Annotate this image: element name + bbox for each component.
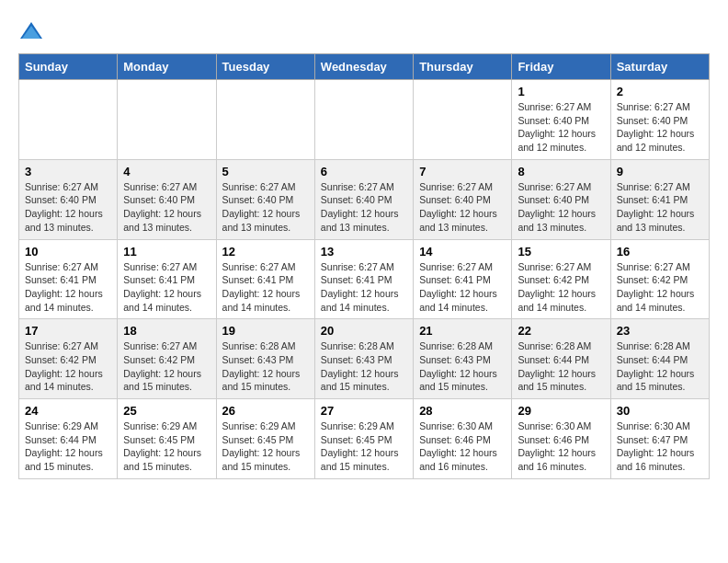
day-info: Sunrise: 6:28 AM Sunset: 6:43 PM Dayligh… <box>222 339 309 394</box>
day-info: Sunrise: 6:27 AM Sunset: 6:40 PM Dayligh… <box>617 100 703 155</box>
day-info: Sunrise: 6:29 AM Sunset: 6:45 PM Dayligh… <box>222 419 309 474</box>
calendar-cell: 20Sunrise: 6:28 AM Sunset: 6:43 PM Dayli… <box>314 319 413 399</box>
logo-icon <box>18 18 44 44</box>
day-info: Sunrise: 6:27 AM Sunset: 6:42 PM Dayligh… <box>123 339 210 394</box>
column-header-sunday: Sunday <box>19 54 118 80</box>
day-number: 4 <box>123 165 210 178</box>
calendar-cell: 30Sunrise: 6:30 AM Sunset: 6:47 PM Dayli… <box>610 399 709 479</box>
day-number: 1 <box>518 85 604 98</box>
column-header-friday: Friday <box>512 54 610 80</box>
day-info: Sunrise: 6:27 AM Sunset: 6:41 PM Dayligh… <box>617 180 703 235</box>
day-number: 6 <box>321 165 407 178</box>
calendar-cell: 2Sunrise: 6:27 AM Sunset: 6:40 PM Daylig… <box>610 80 709 160</box>
day-number: 7 <box>419 165 506 178</box>
day-info: Sunrise: 6:27 AM Sunset: 6:42 PM Dayligh… <box>518 260 604 315</box>
calendar-cell: 24Sunrise: 6:29 AM Sunset: 6:44 PM Dayli… <box>19 399 118 479</box>
day-info: Sunrise: 6:28 AM Sunset: 6:44 PM Dayligh… <box>518 339 604 394</box>
calendar-cell: 8Sunrise: 6:27 AM Sunset: 6:40 PM Daylig… <box>512 159 610 239</box>
calendar-cell: 5Sunrise: 6:27 AM Sunset: 6:40 PM Daylig… <box>216 159 314 239</box>
calendar-cell: 3Sunrise: 6:27 AM Sunset: 6:40 PM Daylig… <box>19 159 118 239</box>
day-info: Sunrise: 6:28 AM Sunset: 6:43 PM Dayligh… <box>321 339 407 394</box>
day-info: Sunrise: 6:30 AM Sunset: 6:46 PM Dayligh… <box>419 419 506 474</box>
day-number: 26 <box>222 404 309 418</box>
day-number: 10 <box>25 245 111 259</box>
day-info: Sunrise: 6:27 AM Sunset: 6:41 PM Dayligh… <box>222 260 309 315</box>
day-info: Sunrise: 6:27 AM Sunset: 6:42 PM Dayligh… <box>25 339 111 394</box>
day-number: 21 <box>419 324 506 338</box>
calendar-cell: 15Sunrise: 6:27 AM Sunset: 6:42 PM Dayli… <box>512 239 610 319</box>
day-number: 2 <box>617 85 703 98</box>
day-info: Sunrise: 6:27 AM Sunset: 6:40 PM Dayligh… <box>518 180 604 235</box>
day-info: Sunrise: 6:27 AM Sunset: 6:40 PM Dayligh… <box>321 180 407 235</box>
calendar-header-row: SundayMondayTuesdayWednesdayThursdayFrid… <box>19 54 710 80</box>
day-info: Sunrise: 6:29 AM Sunset: 6:45 PM Dayligh… <box>321 419 407 474</box>
logo <box>18 18 48 44</box>
day-info: Sunrise: 6:27 AM Sunset: 6:41 PM Dayligh… <box>419 260 506 315</box>
page-header <box>18 18 710 44</box>
day-number: 17 <box>25 324 111 338</box>
day-number: 28 <box>419 404 506 418</box>
day-info: Sunrise: 6:27 AM Sunset: 6:40 PM Dayligh… <box>222 180 309 235</box>
calendar-table: SundayMondayTuesdayWednesdayThursdayFrid… <box>18 53 710 479</box>
day-number: 8 <box>518 165 604 178</box>
day-number: 5 <box>222 165 309 178</box>
calendar-cell <box>216 80 314 160</box>
day-number: 11 <box>123 245 210 259</box>
column-header-thursday: Thursday <box>414 54 512 80</box>
calendar-cell: 11Sunrise: 6:27 AM Sunset: 6:41 PM Dayli… <box>118 239 216 319</box>
calendar-cell <box>118 80 216 160</box>
calendar-cell: 23Sunrise: 6:28 AM Sunset: 6:44 PM Dayli… <box>610 319 709 399</box>
calendar-cell: 6Sunrise: 6:27 AM Sunset: 6:40 PM Daylig… <box>314 159 413 239</box>
calendar-cell: 28Sunrise: 6:30 AM Sunset: 6:46 PM Dayli… <box>414 399 512 479</box>
day-info: Sunrise: 6:29 AM Sunset: 6:45 PM Dayligh… <box>123 419 210 474</box>
day-info: Sunrise: 6:29 AM Sunset: 6:44 PM Dayligh… <box>25 419 111 474</box>
calendar-cell: 7Sunrise: 6:27 AM Sunset: 6:40 PM Daylig… <box>414 159 512 239</box>
calendar-cell: 16Sunrise: 6:27 AM Sunset: 6:42 PM Dayli… <box>610 239 709 319</box>
calendar-cell <box>314 80 413 160</box>
calendar-cell <box>19 80 118 160</box>
calendar-cell: 29Sunrise: 6:30 AM Sunset: 6:46 PM Dayli… <box>512 399 610 479</box>
calendar-cell: 12Sunrise: 6:27 AM Sunset: 6:41 PM Dayli… <box>216 239 314 319</box>
calendar-cell: 26Sunrise: 6:29 AM Sunset: 6:45 PM Dayli… <box>216 399 314 479</box>
calendar-cell: 25Sunrise: 6:29 AM Sunset: 6:45 PM Dayli… <box>118 399 216 479</box>
day-number: 16 <box>617 245 703 259</box>
day-info: Sunrise: 6:27 AM Sunset: 6:40 PM Dayligh… <box>123 180 210 235</box>
day-number: 22 <box>518 324 604 338</box>
week-row-1: 1Sunrise: 6:27 AM Sunset: 6:40 PM Daylig… <box>19 80 710 160</box>
calendar-cell: 21Sunrise: 6:28 AM Sunset: 6:43 PM Dayli… <box>414 319 512 399</box>
day-number: 3 <box>25 165 111 178</box>
calendar-cell: 19Sunrise: 6:28 AM Sunset: 6:43 PM Dayli… <box>216 319 314 399</box>
day-number: 18 <box>123 324 210 338</box>
calendar-cell: 17Sunrise: 6:27 AM Sunset: 6:42 PM Dayli… <box>19 319 118 399</box>
day-info: Sunrise: 6:27 AM Sunset: 6:41 PM Dayligh… <box>25 260 111 315</box>
day-number: 29 <box>518 404 604 418</box>
calendar-cell <box>414 80 512 160</box>
calendar-cell: 18Sunrise: 6:27 AM Sunset: 6:42 PM Dayli… <box>118 319 216 399</box>
day-number: 15 <box>518 245 604 259</box>
calendar-cell: 10Sunrise: 6:27 AM Sunset: 6:41 PM Dayli… <box>19 239 118 319</box>
day-info: Sunrise: 6:30 AM Sunset: 6:46 PM Dayligh… <box>518 419 604 474</box>
column-header-monday: Monday <box>118 54 216 80</box>
week-row-2: 3Sunrise: 6:27 AM Sunset: 6:40 PM Daylig… <box>19 159 710 239</box>
day-number: 20 <box>321 324 407 338</box>
day-info: Sunrise: 6:28 AM Sunset: 6:43 PM Dayligh… <box>419 339 506 394</box>
column-header-wednesday: Wednesday <box>314 54 413 80</box>
calendar-cell: 22Sunrise: 6:28 AM Sunset: 6:44 PM Dayli… <box>512 319 610 399</box>
week-row-4: 17Sunrise: 6:27 AM Sunset: 6:42 PM Dayli… <box>19 319 710 399</box>
day-number: 12 <box>222 245 309 259</box>
day-number: 30 <box>617 404 703 418</box>
calendar-cell: 9Sunrise: 6:27 AM Sunset: 6:41 PM Daylig… <box>610 159 709 239</box>
calendar-cell: 4Sunrise: 6:27 AM Sunset: 6:40 PM Daylig… <box>118 159 216 239</box>
calendar-cell: 14Sunrise: 6:27 AM Sunset: 6:41 PM Dayli… <box>414 239 512 319</box>
day-info: Sunrise: 6:27 AM Sunset: 6:41 PM Dayligh… <box>321 260 407 315</box>
day-number: 24 <box>25 404 111 418</box>
day-info: Sunrise: 6:27 AM Sunset: 6:41 PM Dayligh… <box>123 260 210 315</box>
calendar-cell: 13Sunrise: 6:27 AM Sunset: 6:41 PM Dayli… <box>314 239 413 319</box>
day-info: Sunrise: 6:27 AM Sunset: 6:40 PM Dayligh… <box>419 180 506 235</box>
calendar-cell: 1Sunrise: 6:27 AM Sunset: 6:40 PM Daylig… <box>512 80 610 160</box>
day-info: Sunrise: 6:27 AM Sunset: 6:40 PM Dayligh… <box>518 100 604 155</box>
day-number: 14 <box>419 245 506 259</box>
day-number: 25 <box>123 404 210 418</box>
calendar-cell: 27Sunrise: 6:29 AM Sunset: 6:45 PM Dayli… <box>314 399 413 479</box>
week-row-3: 10Sunrise: 6:27 AM Sunset: 6:41 PM Dayli… <box>19 239 710 319</box>
